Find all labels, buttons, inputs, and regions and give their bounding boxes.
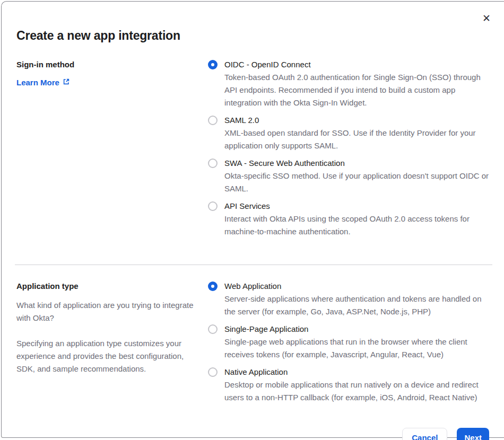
radio-button[interactable] xyxy=(208,201,218,211)
create-app-integration-dialog: ✕ Create a new app integration Sign-in m… xyxy=(1,1,504,438)
option-text: Single-Page Application Single-page web … xyxy=(224,324,489,361)
close-button[interactable]: ✕ xyxy=(480,11,493,25)
option-label: OIDC - OpenID Connect xyxy=(224,59,489,70)
apptype-section: Application type What kind of applicatio… xyxy=(16,281,489,410)
option-label: Single-Page Application xyxy=(224,324,489,335)
radio-button[interactable] xyxy=(208,367,218,377)
section-divider xyxy=(15,265,492,265)
learn-more-label: Learn More xyxy=(16,78,59,87)
apptype-paragraph-2: Specifying an application type customize… xyxy=(16,337,195,375)
option-text: API Services Interact with Okta APIs usi… xyxy=(224,201,489,238)
option-text: OIDC - OpenID Connect Token-based OAuth … xyxy=(224,59,489,109)
signin-option-row[interactable]: SWA - Secure Web Authentication Okta-spe… xyxy=(208,158,489,195)
option-text: Web Application Server-side applications… xyxy=(224,281,489,318)
option-description: Okta-specific SSO method. Use if your ap… xyxy=(224,170,489,195)
apptype-section-left: Application type What kind of applicatio… xyxy=(16,281,195,410)
learn-more-link[interactable]: Learn More xyxy=(16,78,70,87)
option-text: SWA - Secure Web Authentication Okta-spe… xyxy=(224,158,489,195)
application-type-radio-group: Web Application Server-side applications… xyxy=(208,281,489,410)
option-description: XML-based open standard for SSO. Use if … xyxy=(224,127,489,152)
signin-method-radio-group: OIDC - OpenID Connect Token-based OAuth … xyxy=(208,59,489,244)
signin-section: Sign-in method Learn More OIDC - O xyxy=(16,59,489,244)
cancel-button[interactable]: Cancel xyxy=(402,428,447,440)
option-description: Server-side applications where authentic… xyxy=(224,293,489,318)
option-description: Token-based OAuth 2.0 authentication for… xyxy=(224,71,489,109)
apptype-paragraph-1: What kind of application are you trying … xyxy=(16,299,195,324)
close-icon: ✕ xyxy=(482,13,491,23)
radio-button[interactable] xyxy=(208,60,218,69)
option-description: Interact with Okta APIs using the scoped… xyxy=(224,213,489,238)
apptype-option-row[interactable]: Native Application Desktop or mobile app… xyxy=(208,367,489,404)
apptype-option-row[interactable]: Single-Page Application Single-page web … xyxy=(208,324,489,361)
radio-button[interactable] xyxy=(208,116,218,125)
signin-section-left: Sign-in method Learn More xyxy=(16,59,195,244)
radio-button[interactable] xyxy=(208,159,218,168)
next-button[interactable]: Next xyxy=(457,428,489,440)
option-label: API Services xyxy=(224,201,489,212)
option-text: SAML 2.0 XML-based open standard for SSO… xyxy=(224,115,489,152)
external-link-icon xyxy=(63,78,70,87)
option-label: SAML 2.0 xyxy=(224,115,489,126)
option-description: Desktop or mobile applications that run … xyxy=(224,379,489,404)
radio-button[interactable] xyxy=(208,281,218,291)
radio-button[interactable] xyxy=(208,324,218,334)
option-label: Native Application xyxy=(224,367,489,377)
signin-option-row[interactable]: SAML 2.0 XML-based open standard for SSO… xyxy=(208,115,489,152)
application-type-label: Application type xyxy=(16,281,195,292)
apptype-option-row[interactable]: Web Application Server-side applications… xyxy=(208,281,489,318)
option-label: Web Application xyxy=(224,281,489,292)
option-label: SWA - Secure Web Authentication xyxy=(224,158,489,169)
signin-option-row[interactable]: API Services Interact with Okta APIs usi… xyxy=(208,201,489,238)
signin-option-row[interactable]: OIDC - OpenID Connect Token-based OAuth … xyxy=(208,59,489,109)
dialog-footer: Cancel Next xyxy=(16,428,489,440)
page-title: Create a new app integration xyxy=(16,28,489,43)
option-text: Native Application Desktop or mobile app… xyxy=(224,367,489,404)
signin-method-label: Sign-in method xyxy=(16,59,195,70)
option-description: Single-page web applications that run in… xyxy=(224,336,489,361)
